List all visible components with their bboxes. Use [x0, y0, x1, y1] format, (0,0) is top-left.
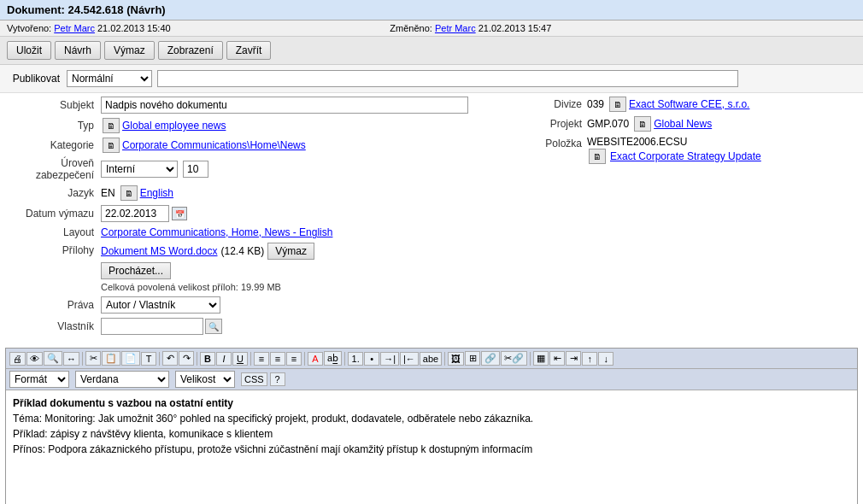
kategorie-icon-btn[interactable]: 🗎	[103, 138, 120, 153]
divize-name-link[interactable]: Exact Software CEE, s.r.o.	[629, 98, 749, 110]
toolbar-table[interactable]: ⊞	[465, 351, 480, 366]
form-two-col: Subjekt Typ 🗎 Global employee news Kateg…	[7, 97, 856, 339]
toolbar-highlight[interactable]: ab̲	[324, 351, 342, 366]
datum-row: Datum výmazu 📅	[7, 205, 514, 222]
datum-input[interactable]	[101, 205, 169, 222]
toolbar-paste[interactable]: 📄	[121, 351, 140, 366]
toolbar-col-before[interactable]: ⇤	[549, 351, 565, 366]
draft-button[interactable]: Návrh	[55, 41, 101, 60]
publikovat-label: Publikovat	[7, 73, 67, 85]
polozka-name-link[interactable]: Exact Corporate Strategy Update	[610, 150, 761, 162]
prilohy-file-link[interactable]: Dokument MS Word.docx	[101, 245, 218, 257]
prilohy-delete-btn[interactable]: Výmaz	[267, 243, 314, 260]
toolbar-font-color[interactable]: A	[308, 352, 323, 366]
editor-toolbar-row1: 🖨 👁 🔍 ↔ ✂ 📋 📄 T ↶ ↷ B I U ≡ ≡ ≡ A ab̲ 1.…	[6, 349, 857, 369]
typ-label: Typ	[7, 120, 101, 132]
toolbar-align-left[interactable]: ≡	[254, 352, 269, 366]
typ-row: Typ 🗎 Global employee news	[7, 118, 514, 133]
calendar-icon[interactable]: 📅	[172, 207, 187, 220]
toolbar-italic[interactable]: I	[216, 352, 232, 366]
divize-row: Divize 039 🗎 Exact Software CEE, s.r.o.	[540, 97, 856, 112]
toolbar-align-right[interactable]: ≡	[286, 352, 302, 366]
toolbar-css[interactable]: CSS	[241, 372, 267, 386]
divize-label: Divize	[540, 98, 587, 110]
prava-select[interactable]: Autor / Vlastník	[101, 296, 220, 314]
toolbar-unlink[interactable]: ✂🔗	[501, 351, 527, 366]
publikovat-row: Publikovat Normální Prioritní Archivní	[0, 65, 863, 93]
kategorie-label: Kategorie	[7, 139, 101, 151]
right-column: Divize 039 🗎 Exact Software CEE, s.r.o. …	[531, 97, 856, 339]
toolbar-row-before[interactable]: ↑	[582, 352, 597, 366]
toolbar-cut[interactable]: ✂	[85, 351, 101, 366]
format-select[interactable]: Formát	[9, 371, 69, 388]
typ-icon-btn[interactable]: 🗎	[103, 118, 120, 133]
main-form: Subjekt Typ 🗎 Global employee news Kateg…	[0, 93, 863, 343]
toolbar-outdent[interactable]: |←	[400, 352, 419, 366]
toolbar-redo[interactable]: ↷	[179, 351, 194, 366]
left-column: Subjekt Typ 🗎 Global employee news Kateg…	[7, 97, 531, 339]
jazyk-label: Jazyk	[7, 187, 101, 199]
toolbar-preview[interactable]: 👁	[26, 352, 43, 366]
prilohy-browse-btn[interactable]: Procházet...	[101, 262, 171, 279]
save-button[interactable]: Uložit	[7, 41, 51, 60]
toolbar-indent[interactable]: →|	[380, 352, 399, 366]
toolbar-link[interactable]: 🔗	[481, 351, 500, 366]
subjekt-input[interactable]	[101, 97, 468, 114]
toolbar-ul[interactable]: •	[364, 352, 379, 366]
editor-heading: Příklad dokumentu s vazbou na ostatní en…	[13, 397, 233, 409]
projekt-row: Projekt GMP.070 🗎 Global News	[540, 116, 856, 132]
toolbar-underline[interactable]: U	[232, 352, 248, 366]
jazyk-code: EN	[101, 187, 115, 199]
editor-toolbar-row2: Formát Verdana Velikost CSS ?	[6, 369, 857, 390]
vlastnik-browse-icon[interactable]: 🔍	[205, 319, 222, 334]
prilohy-row: Přílohy Dokument MS Word.docx (12.4 KB) …	[7, 243, 514, 292]
typ-link[interactable]: Global employee news	[122, 120, 226, 132]
polozka-code: WEBSITE2006.ECSU	[587, 136, 687, 148]
layout-label: Layout	[7, 226, 101, 238]
toolbar-bold[interactable]: B	[200, 352, 215, 366]
polozka-icon-btn[interactable]: 🗎	[589, 149, 606, 164]
prilohy-area: Dokument MS Word.docx (12.4 KB) Výmaz Pr…	[101, 243, 314, 292]
uroven-label: Úroveň zabezpečení	[7, 157, 101, 181]
kategorie-link[interactable]: Corporate Communications\Home\News	[122, 139, 306, 151]
close-button[interactable]: Zavřít	[226, 41, 272, 60]
toolbar-undo[interactable]: ↶	[162, 351, 178, 366]
font-select[interactable]: Verdana	[75, 371, 169, 388]
toolbar-col-after[interactable]: ⇥	[566, 351, 581, 366]
jazyk-name-link[interactable]: English	[140, 187, 173, 199]
delete-button[interactable]: Výmaz	[104, 41, 155, 60]
view-button[interactable]: Zobrazení	[158, 41, 223, 60]
editor-content-area[interactable]: Příklad dokumentu s vazbou na ostatní en…	[6, 390, 857, 504]
publikovat-select[interactable]: Normální Prioritní Archivní	[67, 70, 152, 87]
layout-row: Layout Corporate Communications, Home, N…	[7, 226, 514, 238]
size-select[interactable]: Velikost	[175, 371, 235, 388]
uroven-number[interactable]	[183, 161, 208, 178]
created-by-link[interactable]: Petr Marc	[54, 23, 95, 33]
projekt-label: Projekt	[540, 118, 587, 130]
toolbar-table2[interactable]: ▦	[533, 351, 549, 366]
jazyk-icon-btn[interactable]: 🗎	[120, 185, 138, 201]
publikovat-extra-field[interactable]	[157, 70, 738, 87]
subjekt-label: Subjekt	[7, 99, 101, 111]
divize-icon-btn[interactable]: 🗎	[609, 97, 626, 112]
toolbar-paste-text[interactable]: T	[141, 352, 156, 366]
jazyk-row: Jazyk EN 🗎 English	[7, 185, 514, 201]
uroven-select[interactable]: Interní	[101, 161, 178, 178]
toolbar-align-center[interactable]: ≡	[270, 352, 285, 366]
vlastnik-input[interactable]	[101, 318, 203, 335]
toolbar-row-after[interactable]: ↓	[598, 352, 613, 366]
toolbar-copy[interactable]: 📋	[102, 351, 120, 366]
toolbar-ol[interactable]: 1.	[348, 352, 363, 366]
toolbar-help[interactable]: ?	[270, 372, 285, 386]
changed-by-link[interactable]: Petr Marc	[435, 23, 476, 33]
editor-line3: Přínos: Podpora zákaznického přístupu, p…	[13, 443, 850, 455]
toolbar-find[interactable]: 🔍	[44, 351, 62, 366]
layout-link[interactable]: Corporate Communications, Home, News - E…	[101, 226, 332, 238]
toolbar-blockquote[interactable]: abe	[420, 352, 442, 366]
toolbar-replace[interactable]: ↔	[63, 352, 79, 366]
projekt-name-link[interactable]: Global News	[654, 118, 712, 130]
projekt-icon-btn[interactable]: 🗎	[634, 116, 651, 132]
prilohy-total-text: Celková povolená velikost příloh: 19.99 …	[101, 282, 314, 292]
toolbar-image[interactable]: 🖼	[448, 352, 464, 366]
toolbar-print[interactable]: 🖨	[9, 352, 26, 366]
